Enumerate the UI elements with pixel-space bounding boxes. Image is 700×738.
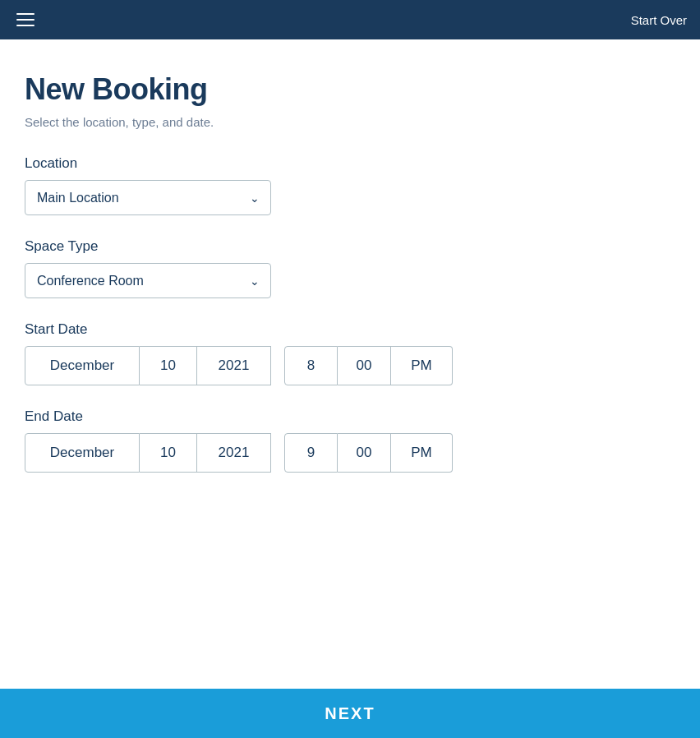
start-date-year[interactable]: 2021 xyxy=(197,346,271,385)
end-time-hour[interactable]: 9 xyxy=(284,433,338,473)
next-button[interactable]: NEXT xyxy=(0,689,700,738)
start-date-day[interactable]: 10 xyxy=(140,346,197,385)
location-label: Location xyxy=(25,155,675,172)
end-date-day[interactable]: 10 xyxy=(140,433,197,473)
start-time-hour[interactable]: 8 xyxy=(284,346,338,385)
location-select-wrapper: Main Location Branch A Branch B ⌄ xyxy=(25,180,271,215)
location-section: Location Main Location Branch A Branch B… xyxy=(25,155,675,215)
start-date-section: Start Date December 10 2021 8 00 PM xyxy=(25,321,675,385)
menu-line-3 xyxy=(16,25,35,26)
start-date-label: Start Date xyxy=(25,321,675,338)
menu-button[interactable] xyxy=(13,10,38,30)
end-date-section: End Date December 10 2021 9 00 PM xyxy=(25,408,675,473)
start-date-month[interactable]: December xyxy=(25,346,140,385)
header: Start Over xyxy=(0,0,700,39)
end-time-minute[interactable]: 00 xyxy=(338,433,391,473)
space-type-select-wrapper: Conference Room Private Office Open Desk… xyxy=(25,263,271,298)
page-subtitle: Select the location, type, and date. xyxy=(25,115,675,129)
start-date-row: December 10 2021 8 00 PM xyxy=(25,346,675,385)
start-over-button[interactable]: Start Over xyxy=(631,13,687,27)
menu-line-1 xyxy=(16,13,35,15)
end-date-row: December 10 2021 9 00 PM xyxy=(25,433,675,473)
end-date-month[interactable]: December xyxy=(25,433,140,473)
start-time-minute[interactable]: 00 xyxy=(338,346,391,385)
start-time-ampm[interactable]: PM xyxy=(391,346,453,385)
end-date-year[interactable]: 2021 xyxy=(197,433,271,473)
end-time-ampm[interactable]: PM xyxy=(391,433,453,473)
space-type-select[interactable]: Conference Room Private Office Open Desk xyxy=(25,263,271,298)
space-type-section: Space Type Conference Room Private Offic… xyxy=(25,238,675,298)
end-date-label: End Date xyxy=(25,408,675,425)
main-content: New Booking Select the location, type, a… xyxy=(0,39,700,578)
menu-line-2 xyxy=(16,19,35,21)
space-type-label: Space Type xyxy=(25,238,675,255)
page-title: New Booking xyxy=(25,72,675,107)
footer-bar: NEXT xyxy=(0,689,700,738)
location-select[interactable]: Main Location Branch A Branch B xyxy=(25,180,271,215)
